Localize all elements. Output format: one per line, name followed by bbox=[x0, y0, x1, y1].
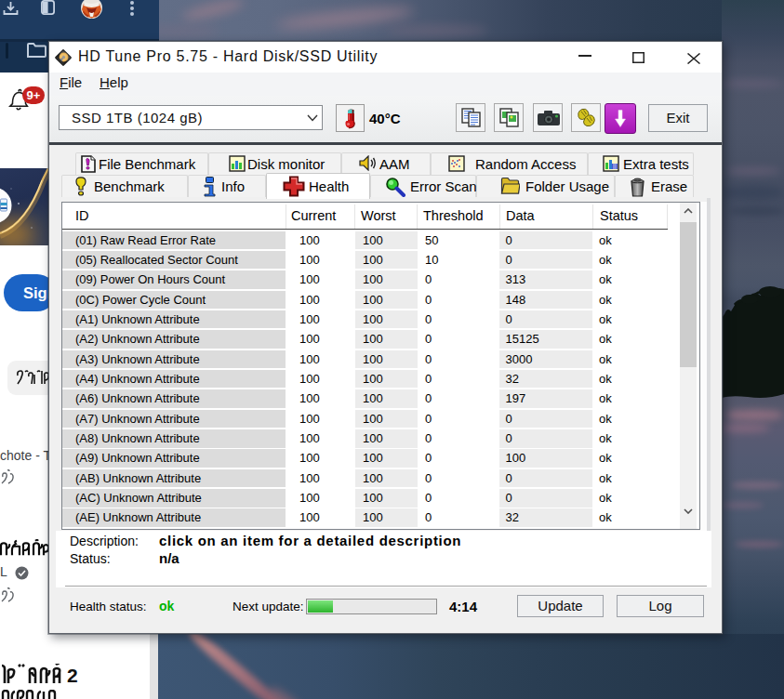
svg-text:2: 2 bbox=[67, 665, 78, 686]
